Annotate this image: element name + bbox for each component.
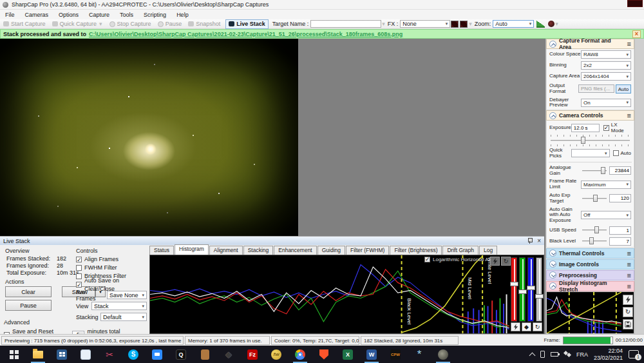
dropdown-arrow-icon[interactable]: ▾ (554, 21, 559, 27)
cpw-app-icon[interactable]: CPW (386, 346, 405, 363)
expand-icon[interactable] (549, 271, 556, 279)
view-dropdown[interactable]: Stack▾ (91, 302, 147, 310)
binning-dropdown[interactable]: 2x2▾ (581, 61, 631, 70)
sticky-notes-icon[interactable] (76, 346, 95, 363)
pause-button[interactable]: Pause (155, 19, 185, 29)
gold-coin-icon[interactable]: fw (267, 346, 286, 363)
expand-icon[interactable] (549, 250, 556, 257)
zoom-app-icon[interactable] (147, 346, 167, 363)
exposure-slider[interactable] (551, 137, 630, 144)
lx-mode-checkbox[interactable] (603, 125, 609, 131)
start-button[interactable] (5, 346, 24, 363)
exposure-auto-checkbox[interactable] (613, 150, 619, 156)
dropdown-arrow-icon[interactable]: ▾ (99, 21, 103, 27)
align-frames-checkbox[interactable] (76, 257, 82, 262)
tray-chevron-icon[interactable] (529, 352, 536, 358)
red-channel-slider[interactable] (511, 257, 517, 322)
gain-slider[interactable] (582, 167, 607, 175)
usb-speed-input[interactable] (609, 226, 631, 235)
reset-stretch-icon[interactable]: ↻ (501, 257, 511, 266)
action-center-icon[interactable]: 1 (629, 350, 639, 358)
file-explorer-icon[interactable] (28, 346, 48, 363)
collapse-icon[interactable] (549, 282, 556, 289)
midpoint-icon[interactable]: ◆ (522, 322, 531, 331)
auto-exp-input[interactable] (609, 194, 631, 202)
section-preprocessing[interactable]: Preprocessing ≡ (546, 270, 634, 280)
inkscape-icon[interactable]: ◆ (219, 346, 238, 363)
close-panel-icon[interactable]: × (537, 238, 541, 244)
calculator-icon[interactable] (52, 346, 71, 363)
brightness-filter-checkbox[interactable] (76, 273, 82, 279)
dark-frame-swatch-icon[interactable] (451, 21, 459, 28)
quick-capture-button[interactable]: Quick Capture▾ (49, 19, 106, 29)
usb-speed-slider[interactable] (582, 226, 607, 234)
word-icon[interactable]: W (362, 346, 381, 363)
zoom-dropdown[interactable]: Auto▾ (493, 20, 534, 28)
clock[interactable]: 22:04 23/02/2021 (594, 348, 623, 362)
tab-stacking[interactable]: Stacking (243, 246, 274, 255)
menu-options[interactable]: Options (53, 12, 84, 18)
raw-frames-dropdown[interactable]: Save None▾ (107, 291, 147, 299)
dropbox-icon[interactable] (564, 351, 571, 358)
histogram-toggle-icon[interactable] (536, 21, 545, 28)
sharpcap-taskbar-icon[interactable] (433, 346, 453, 363)
section-thermal-controls[interactable]: Thermal Controls ≡ (546, 248, 634, 259)
filezilla-icon[interactable]: Fz (243, 346, 262, 363)
tab-histogram[interactable]: Histogram (175, 244, 209, 255)
preview-image-area[interactable] (0, 39, 298, 236)
reset-stretch-icon[interactable]: ↻ (623, 307, 633, 317)
mini-histogram[interactable]: ↻ (546, 291, 634, 334)
section-menu-icon[interactable]: ≡ (627, 40, 631, 48)
flat-frame-swatch-icon[interactable] (460, 21, 468, 28)
target-name-input[interactable] (310, 20, 381, 28)
auto-stretch-icon[interactable] (511, 322, 520, 331)
black-level-input[interactable] (609, 237, 631, 246)
save-stretch-icon[interactable] (623, 319, 633, 329)
stop-capture-button[interactable]: Stop Capture (106, 19, 155, 29)
start-capture-button[interactable]: Start Capture (0, 19, 49, 29)
blue-channel-slider[interactable] (527, 257, 534, 322)
snipping-tool-icon[interactable]: ✂ (100, 346, 119, 363)
tab-log[interactable]: Log (479, 246, 497, 255)
section-capture-format[interactable]: Capture Format and Area ≡ (546, 39, 634, 49)
chrome-icon[interactable] (290, 346, 310, 363)
tab-alignment[interactable]: Alignment (209, 246, 243, 255)
auto-exp-slider[interactable] (582, 195, 607, 202)
tab-enhancement[interactable]: Enhancement (274, 246, 316, 255)
black-level-slider[interactable] (582, 237, 607, 245)
saved-stack-link[interactable]: C:\Users\Olivier\Desktop\SharpCap Captur… (89, 31, 402, 37)
section-menu-icon[interactable]: ≡ (627, 112, 631, 119)
section-menu-icon[interactable]: ≡ (627, 282, 631, 290)
tab-drift-graph[interactable]: Drift Graph (442, 246, 478, 255)
output-format-auto-button[interactable]: Auto (616, 84, 631, 93)
collapse-icon[interactable] (549, 41, 556, 48)
pause-stack-button[interactable]: Pause (5, 300, 52, 311)
phone-tray-icon[interactable] (540, 351, 545, 358)
reset-stretch-icon[interactable]: ↻ (533, 322, 542, 331)
right-panel-scrollbar[interactable] (634, 39, 644, 334)
frame-rate-dropdown[interactable]: Maximum▾ (581, 181, 631, 189)
capture-area-dropdown[interactable]: 2064x1404▾ (581, 72, 631, 81)
green-channel-slider[interactable] (519, 257, 526, 322)
gray-channel-slider[interactable] (536, 257, 542, 322)
starburst-app-icon[interactable]: * (410, 346, 429, 363)
debayer-preview-dropdown[interactable]: On▾ (581, 99, 631, 107)
menu-tools[interactable]: Tools (115, 12, 138, 18)
fx-dropdown[interactable]: None▾ (400, 20, 450, 28)
section-menu-icon[interactable]: ≡ (627, 260, 631, 268)
auto-stretch-icon[interactable] (490, 257, 500, 266)
excel-icon[interactable]: X (338, 346, 357, 363)
auto-save-checkbox[interactable] (76, 282, 82, 288)
menu-capture[interactable]: Capture (84, 12, 115, 18)
menu-scripting[interactable]: Scripting (138, 12, 171, 18)
exposure-input[interactable] (571, 124, 600, 132)
skype-icon[interactable]: S (124, 346, 143, 363)
reticle-icon[interactable] (548, 21, 554, 27)
section-image-controls[interactable]: Image Controls ≡ (546, 259, 634, 270)
menu-file[interactable]: File (0, 12, 20, 18)
fwhm-filter-checkbox[interactable] (76, 265, 82, 271)
menu-cameras[interactable]: Cameras (20, 12, 54, 18)
tab-guiding[interactable]: Guiding (317, 246, 345, 255)
pin-icon[interactable] (527, 238, 532, 244)
live-stack-button[interactable]: Live Stack (225, 19, 269, 29)
